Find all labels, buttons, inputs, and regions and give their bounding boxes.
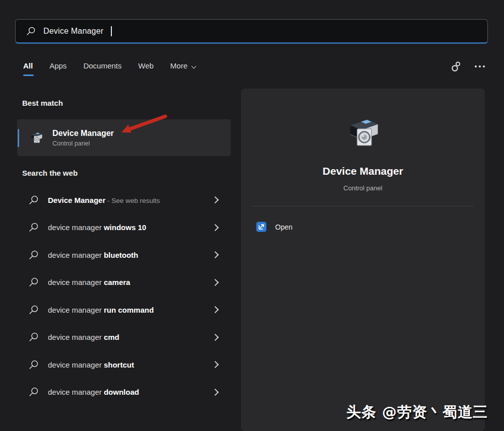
divider [252, 206, 474, 206]
suggestion-query: Device Manager [48, 196, 105, 204]
search-icon [26, 26, 36, 36]
search-icon [28, 222, 39, 233]
best-match-subtitle: Control panel [52, 140, 114, 147]
tab-more[interactable]: More [170, 61, 196, 76]
search-filter-tabs: All Apps Documents Web More [23, 61, 196, 76]
suggestion-suffix: windows 10 [104, 223, 146, 232]
suggestion-query: device manager [48, 333, 104, 341]
header-icons [451, 60, 485, 73]
web-suggestion-row[interactable]: device manager camera [17, 269, 231, 297]
chevron-down-icon [192, 63, 197, 68]
suggestion-suffix: shortcut [104, 361, 134, 369]
web-suggestion-row[interactable]: device manager shortcut [17, 351, 231, 379]
open-launch-icon [256, 222, 267, 232]
search-icon [28, 360, 39, 370]
best-match-heading: Best match [22, 99, 63, 107]
tab-documents[interactable]: Documents [83, 61, 121, 76]
web-suggestion-row[interactable]: device manager download [17, 379, 231, 406]
suggestion-query: device manager [48, 361, 104, 369]
web-suggestion-row[interactable]: device manager bluetooth [17, 241, 231, 269]
web-suggestion-row[interactable]: device manager cmd [17, 324, 231, 351]
search-input[interactable]: Device Manager [43, 27, 103, 36]
chevron-right-icon [212, 279, 219, 286]
search-icon [28, 277, 39, 288]
search-icon [28, 332, 39, 342]
suggestion-suffix: - See web results [105, 197, 160, 204]
suggestion-suffix: cmd [104, 333, 119, 341]
selection-accent-bar [18, 129, 19, 147]
more-options-icon[interactable] [475, 65, 485, 67]
web-suggestion-row[interactable]: device manager run command [17, 296, 231, 324]
search-icon [28, 195, 39, 205]
chevron-right-icon [212, 361, 219, 368]
tab-all[interactable]: All [23, 61, 33, 76]
chevron-right-icon [212, 389, 219, 396]
search-icon [28, 305, 39, 315]
tab-documents-label: Documents [83, 61, 121, 70]
best-match-result[interactable]: Device Manager Control panel [17, 119, 231, 156]
chevron-right-icon [212, 334, 219, 341]
tab-more-label: More [170, 61, 187, 70]
text-caret [111, 26, 112, 36]
tab-web-label: Web [138, 61, 154, 70]
search-box[interactable]: Device Manager [15, 19, 488, 44]
web-suggestions-list: Device Manager - See web results device … [17, 186, 231, 406]
best-match-title: Device Manager [52, 129, 114, 138]
web-suggestion-row[interactable]: Device Manager - See web results [17, 186, 231, 214]
search-icon [28, 387, 39, 397]
windows-search-overlay: Device Manager All Apps Documents Web Mo… [0, 0, 504, 431]
tab-web[interactable]: Web [138, 61, 154, 76]
search-icon [28, 250, 39, 260]
chevron-right-icon [212, 224, 219, 231]
chevron-right-icon [212, 196, 219, 203]
open-action[interactable]: Open [256, 222, 292, 232]
device-manager-icon [28, 130, 44, 146]
suggestion-query: device manager [48, 251, 104, 259]
result-preview-panel: Device Manager Control panel Open [241, 89, 485, 431]
watermark-text: 头条 @劳资丶蜀道三 [346, 402, 488, 422]
preview-title: Device Manager [241, 165, 485, 177]
best-match-text: Device Manager Control panel [52, 129, 114, 147]
chevron-right-icon [212, 251, 219, 258]
suggestion-query: device manager [48, 278, 104, 286]
suggestion-query: device manager [48, 388, 104, 396]
suggestion-suffix: camera [104, 278, 131, 286]
device-manager-icon [342, 113, 384, 154]
suggestion-query: device manager [48, 306, 104, 314]
chevron-right-icon [212, 306, 219, 313]
preview-subtitle: Control panel [241, 184, 485, 192]
web-suggestion-row[interactable]: device manager windows 10 [17, 214, 231, 242]
active-tab-underline [23, 75, 34, 76]
open-label: Open [275, 223, 292, 231]
suggestion-suffix: download [104, 388, 139, 396]
suggestion-suffix: run command [104, 306, 154, 314]
tab-apps[interactable]: Apps [49, 61, 67, 76]
suggestion-query: device manager [48, 223, 104, 232]
tab-all-label: All [23, 61, 33, 70]
tab-apps-label: Apps [49, 61, 67, 70]
search-the-web-heading: Search the web [22, 169, 78, 177]
suggestion-suffix: bluetooth [104, 251, 138, 259]
account-icon[interactable] [451, 60, 462, 73]
